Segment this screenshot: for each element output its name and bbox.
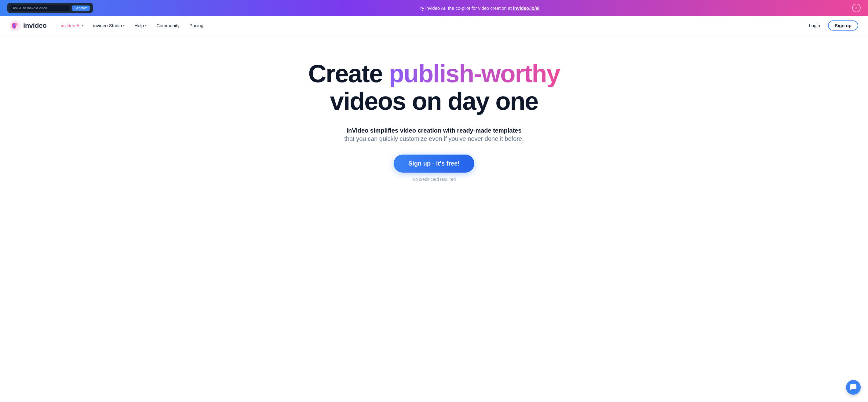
- nav-item-pricing[interactable]: Pricing: [185, 21, 208, 30]
- hero-subtitle-light: that you can quickly customize even if y…: [344, 135, 524, 142]
- signup-button[interactable]: Sign up: [828, 21, 858, 31]
- banner-preview: Ask AI to make a video Generate: [7, 3, 105, 13]
- hero-title-gradient: publish-worthy: [389, 60, 560, 87]
- nav-label-invideo-studio: invideo Studio: [93, 23, 122, 28]
- nav-label-help: Help: [134, 23, 144, 28]
- nav-item-invideo-studio[interactable]: invideo Studio ▾: [89, 21, 129, 30]
- hero-title: Create publish-worthy videos on day one: [308, 60, 560, 115]
- hero-section: Create publish-worthy videos on day one …: [0, 35, 868, 200]
- hero-cta-button[interactable]: Sign up - it's free!: [394, 155, 474, 173]
- banner-text-before-link: Try invideo AI, the co-pilot for video c…: [418, 5, 513, 11]
- chevron-down-icon: ▾: [82, 24, 83, 27]
- logo-link[interactable]: invideo: [10, 20, 47, 31]
- hero-title-part2: videos on day one: [330, 87, 538, 115]
- banner-close-button[interactable]: ×: [852, 4, 861, 12]
- navbar: invideo invideo AI ▾ invideo Studio ▾ He…: [0, 16, 868, 35]
- chevron-down-icon: ▾: [145, 24, 147, 27]
- announcement-banner: Ask AI to make a video Generate Try invi…: [0, 0, 868, 16]
- nav-label-pricing: Pricing: [189, 23, 204, 28]
- banner-ai-input: Ask AI to make a video: [10, 5, 70, 11]
- ai-preview-widget: Ask AI to make a video Generate: [7, 3, 93, 13]
- nav-item-invideo-ai[interactable]: invideo AI ▾: [57, 21, 88, 30]
- chevron-down-icon: ▾: [123, 24, 125, 27]
- logo-text: invideo: [23, 22, 47, 30]
- svg-point-3: [15, 23, 18, 26]
- banner-generate-button[interactable]: Generate: [72, 5, 90, 11]
- hero-title-part1: Create: [308, 60, 389, 87]
- login-button[interactable]: Login: [804, 21, 824, 30]
- logo-icon: [10, 20, 21, 31]
- banner-link[interactable]: invideo.io/ai: [513, 5, 540, 11]
- nav-menu: invideo AI ▾ invideo Studio ▾ Help ▾ Com…: [57, 21, 804, 30]
- banner-text: Try invideo AI, the co-pilot for video c…: [105, 5, 852, 11]
- nav-label-invideo-ai: invideo AI: [61, 23, 81, 28]
- nav-right: Login Sign up: [804, 21, 858, 31]
- hero-no-credit-card-text: No credit card required: [412, 177, 456, 182]
- nav-item-community[interactable]: Community: [152, 21, 184, 30]
- hero-subtitle-bold: InVideo simplifies video creation with r…: [346, 127, 521, 134]
- nav-label-community: Community: [156, 23, 180, 28]
- nav-item-help[interactable]: Help ▾: [130, 21, 151, 30]
